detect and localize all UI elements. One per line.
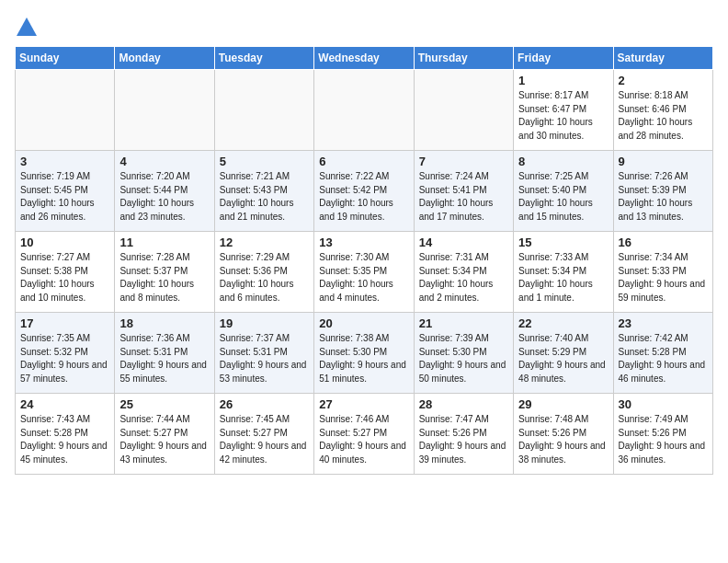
calendar-cell: 15Sunrise: 7:33 AM Sunset: 5:34 PM Dayli… xyxy=(514,232,613,313)
cell-info: Sunrise: 7:29 AM Sunset: 5:36 PM Dayligh… xyxy=(220,251,309,304)
cell-info: Sunrise: 7:46 AM Sunset: 5:27 PM Dayligh… xyxy=(319,413,408,466)
calendar-cell: 29Sunrise: 7:48 AM Sunset: 5:26 PM Dayli… xyxy=(514,394,613,475)
cell-info: Sunrise: 7:38 AM Sunset: 5:30 PM Dayligh… xyxy=(319,332,408,385)
day-number: 13 xyxy=(319,236,408,249)
page: SundayMondayTuesdayWednesdayThursdayFrid… xyxy=(0,0,728,484)
calendar-header-row: SundayMondayTuesdayWednesdayThursdayFrid… xyxy=(16,47,713,70)
calendar-week-row: 10Sunrise: 7:27 AM Sunset: 5:38 PM Dayli… xyxy=(16,232,713,313)
day-number: 16 xyxy=(619,236,708,249)
cell-info: Sunrise: 7:22 AM Sunset: 5:42 PM Dayligh… xyxy=(319,170,408,224)
cell-info: Sunrise: 7:49 AM Sunset: 5:26 PM Dayligh… xyxy=(619,413,708,466)
calendar-cell: 7Sunrise: 7:24 AM Sunset: 5:41 PM Daylig… xyxy=(414,151,513,232)
cell-info: Sunrise: 7:28 AM Sunset: 5:37 PM Dayligh… xyxy=(119,251,209,304)
calendar-cell xyxy=(115,70,214,151)
day-number: 18 xyxy=(119,316,209,330)
day-number: 10 xyxy=(20,236,109,249)
logo-blue-text xyxy=(15,14,37,37)
day-number: 21 xyxy=(419,316,508,330)
svg-marker-0 xyxy=(17,17,37,36)
cell-info: Sunrise: 7:44 AM Sunset: 5:27 PM Dayligh… xyxy=(119,413,209,466)
calendar-cell: 24Sunrise: 7:43 AM Sunset: 5:28 PM Dayli… xyxy=(16,394,115,475)
calendar-cell: 11Sunrise: 7:28 AM Sunset: 5:37 PM Dayli… xyxy=(115,232,214,313)
cell-info: Sunrise: 7:19 AM Sunset: 5:45 PM Dayligh… xyxy=(20,170,109,224)
calendar-cell: 19Sunrise: 7:37 AM Sunset: 5:31 PM Dayli… xyxy=(214,313,313,394)
day-number: 15 xyxy=(518,236,608,249)
cell-info: Sunrise: 7:34 AM Sunset: 5:33 PM Dayligh… xyxy=(619,251,708,304)
calendar-cell: 3Sunrise: 7:19 AM Sunset: 5:45 PM Daylig… xyxy=(16,151,115,232)
calendar-cell: 18Sunrise: 7:36 AM Sunset: 5:31 PM Dayli… xyxy=(115,313,214,394)
day-number: 1 xyxy=(518,74,608,87)
calendar-week-row: 1Sunrise: 8:17 AM Sunset: 6:47 PM Daylig… xyxy=(16,70,713,151)
calendar-cell: 9Sunrise: 7:26 AM Sunset: 5:39 PM Daylig… xyxy=(613,151,712,232)
logo xyxy=(15,15,37,37)
calendar-cell: 1Sunrise: 8:17 AM Sunset: 6:47 PM Daylig… xyxy=(514,70,613,151)
calendar-cell: 20Sunrise: 7:38 AM Sunset: 5:30 PM Dayli… xyxy=(314,313,414,394)
cell-info: Sunrise: 7:31 AM Sunset: 5:34 PM Dayligh… xyxy=(419,251,508,304)
calendar-cell: 4Sunrise: 7:20 AM Sunset: 5:44 PM Daylig… xyxy=(115,151,214,232)
weekday-header: Friday xyxy=(514,47,613,70)
calendar-body: 1Sunrise: 8:17 AM Sunset: 6:47 PM Daylig… xyxy=(16,70,713,475)
cell-info: Sunrise: 7:35 AM Sunset: 5:32 PM Dayligh… xyxy=(20,332,109,385)
cell-info: Sunrise: 7:24 AM Sunset: 5:41 PM Dayligh… xyxy=(419,170,508,224)
day-number: 3 xyxy=(20,155,109,168)
calendar-cell: 28Sunrise: 7:47 AM Sunset: 5:26 PM Dayli… xyxy=(414,394,513,475)
day-number: 7 xyxy=(419,155,508,168)
cell-info: Sunrise: 7:42 AM Sunset: 5:28 PM Dayligh… xyxy=(619,332,708,385)
cell-info: Sunrise: 7:45 AM Sunset: 5:27 PM Dayligh… xyxy=(220,413,309,466)
day-number: 14 xyxy=(419,236,508,249)
calendar-cell: 12Sunrise: 7:29 AM Sunset: 5:36 PM Dayli… xyxy=(214,232,313,313)
day-number: 27 xyxy=(319,397,408,411)
calendar-cell: 17Sunrise: 7:35 AM Sunset: 5:32 PM Dayli… xyxy=(16,313,115,394)
calendar-cell: 13Sunrise: 7:30 AM Sunset: 5:35 PM Dayli… xyxy=(314,232,414,313)
calendar-cell xyxy=(314,70,414,151)
day-number: 24 xyxy=(20,397,109,411)
day-number: 17 xyxy=(20,316,109,330)
cell-info: Sunrise: 7:36 AM Sunset: 5:31 PM Dayligh… xyxy=(119,332,209,385)
day-number: 30 xyxy=(619,397,708,411)
calendar-week-row: 24Sunrise: 7:43 AM Sunset: 5:28 PM Dayli… xyxy=(16,394,713,475)
day-number: 26 xyxy=(220,397,309,411)
day-number: 19 xyxy=(220,316,309,330)
day-number: 5 xyxy=(220,155,309,168)
day-number: 28 xyxy=(419,397,508,411)
day-number: 9 xyxy=(619,155,708,168)
weekday-header: Thursday xyxy=(414,47,513,70)
day-number: 20 xyxy=(319,316,408,330)
day-number: 11 xyxy=(119,236,209,249)
calendar-cell xyxy=(214,70,313,151)
calendar-cell xyxy=(414,70,513,151)
logo-triangle-icon xyxy=(17,17,37,36)
cell-info: Sunrise: 7:48 AM Sunset: 5:26 PM Dayligh… xyxy=(518,413,608,466)
calendar-cell: 30Sunrise: 7:49 AM Sunset: 5:26 PM Dayli… xyxy=(613,394,712,475)
cell-info: Sunrise: 7:27 AM Sunset: 5:38 PM Dayligh… xyxy=(20,251,109,304)
calendar-cell: 2Sunrise: 8:18 AM Sunset: 6:46 PM Daylig… xyxy=(613,70,712,151)
cell-info: Sunrise: 7:43 AM Sunset: 5:28 PM Dayligh… xyxy=(20,413,109,466)
cell-info: Sunrise: 8:17 AM Sunset: 6:47 PM Dayligh… xyxy=(518,89,608,143)
weekday-header: Saturday xyxy=(613,47,712,70)
weekday-header: Wednesday xyxy=(314,47,414,70)
calendar-cell: 27Sunrise: 7:46 AM Sunset: 5:27 PM Dayli… xyxy=(314,394,414,475)
cell-info: Sunrise: 7:40 AM Sunset: 5:29 PM Dayligh… xyxy=(518,332,608,385)
weekday-header: Sunday xyxy=(16,47,115,70)
day-number: 25 xyxy=(119,397,209,411)
calendar-cell: 8Sunrise: 7:25 AM Sunset: 5:40 PM Daylig… xyxy=(514,151,613,232)
calendar-cell xyxy=(16,70,115,151)
cell-info: Sunrise: 7:33 AM Sunset: 5:34 PM Dayligh… xyxy=(518,251,608,304)
cell-info: Sunrise: 7:30 AM Sunset: 5:35 PM Dayligh… xyxy=(319,251,408,304)
calendar-cell: 10Sunrise: 7:27 AM Sunset: 5:38 PM Dayli… xyxy=(16,232,115,313)
cell-info: Sunrise: 7:25 AM Sunset: 5:40 PM Dayligh… xyxy=(518,170,608,224)
cell-info: Sunrise: 7:21 AM Sunset: 5:43 PM Dayligh… xyxy=(220,170,309,224)
weekday-header: Tuesday xyxy=(214,47,313,70)
header xyxy=(15,15,713,37)
day-number: 23 xyxy=(619,316,708,330)
day-number: 6 xyxy=(319,155,408,168)
cell-info: Sunrise: 7:47 AM Sunset: 5:26 PM Dayligh… xyxy=(419,413,508,466)
day-number: 12 xyxy=(220,236,309,249)
calendar-cell: 21Sunrise: 7:39 AM Sunset: 5:30 PM Dayli… xyxy=(414,313,513,394)
calendar-cell: 16Sunrise: 7:34 AM Sunset: 5:33 PM Dayli… xyxy=(613,232,712,313)
cell-info: Sunrise: 7:20 AM Sunset: 5:44 PM Dayligh… xyxy=(119,170,209,224)
cell-info: Sunrise: 7:39 AM Sunset: 5:30 PM Dayligh… xyxy=(419,332,508,385)
weekday-header: Monday xyxy=(115,47,214,70)
cell-info: Sunrise: 7:37 AM Sunset: 5:31 PM Dayligh… xyxy=(220,332,309,385)
calendar-cell: 25Sunrise: 7:44 AM Sunset: 5:27 PM Dayli… xyxy=(115,394,214,475)
